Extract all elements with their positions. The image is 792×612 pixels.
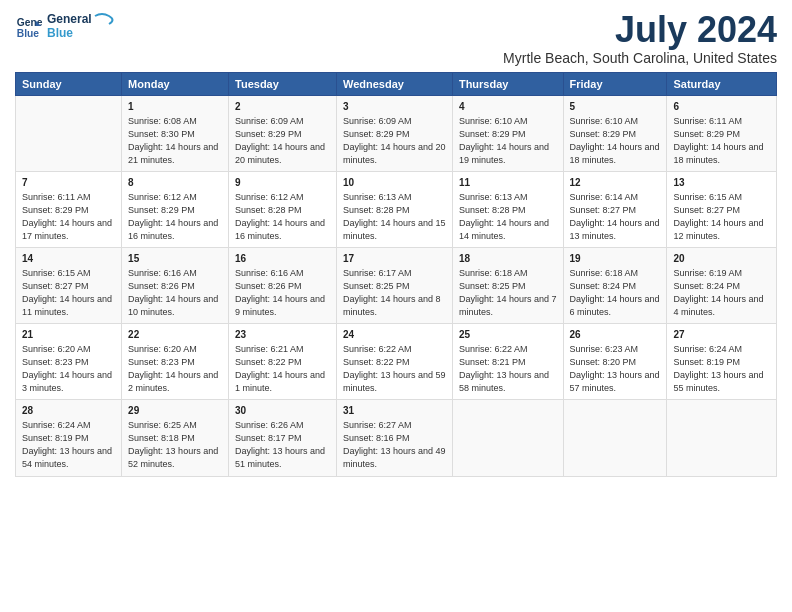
table-row: 4 Sunrise: 6:10 AMSunset: 8:29 PMDayligh… [452, 95, 563, 171]
day-content: Sunrise: 6:23 AMSunset: 8:20 PMDaylight:… [570, 343, 661, 395]
table-row: 5 Sunrise: 6:10 AMSunset: 8:29 PMDayligh… [563, 95, 667, 171]
day-content: Sunrise: 6:24 AMSunset: 8:19 PMDaylight:… [22, 419, 115, 471]
day-number: 21 [22, 328, 115, 342]
table-row: 31 Sunrise: 6:27 AMSunset: 8:16 PMDaylig… [337, 400, 453, 476]
day-content: Sunrise: 6:13 AMSunset: 8:28 PMDaylight:… [459, 191, 557, 243]
table-row: 7 Sunrise: 6:11 AMSunset: 8:29 PMDayligh… [16, 171, 122, 247]
day-content: Sunrise: 6:20 AMSunset: 8:23 PMDaylight:… [128, 343, 222, 395]
day-content: Sunrise: 6:15 AMSunset: 8:27 PMDaylight:… [673, 191, 770, 243]
day-number: 18 [459, 252, 557, 266]
day-number: 12 [570, 176, 661, 190]
table-row: 11 Sunrise: 6:13 AMSunset: 8:28 PMDaylig… [452, 171, 563, 247]
day-content: Sunrise: 6:09 AMSunset: 8:29 PMDaylight:… [235, 115, 330, 167]
table-row: 3 Sunrise: 6:09 AMSunset: 8:29 PMDayligh… [337, 95, 453, 171]
day-number: 8 [128, 176, 222, 190]
day-content: Sunrise: 6:15 AMSunset: 8:27 PMDaylight:… [22, 267, 115, 319]
day-number: 22 [128, 328, 222, 342]
calendar-week-row: 7 Sunrise: 6:11 AMSunset: 8:29 PMDayligh… [16, 171, 777, 247]
day-content: Sunrise: 6:19 AMSunset: 8:24 PMDaylight:… [673, 267, 770, 319]
day-number: 16 [235, 252, 330, 266]
logo-wave-icon: General Blue [47, 10, 117, 44]
day-content: Sunrise: 6:24 AMSunset: 8:19 PMDaylight:… [673, 343, 770, 395]
day-number: 2 [235, 100, 330, 114]
table-row: 15 Sunrise: 6:16 AMSunset: 8:26 PMDaylig… [122, 247, 229, 323]
col-tuesday: Tuesday [229, 72, 337, 95]
day-number: 27 [673, 328, 770, 342]
day-content: Sunrise: 6:13 AMSunset: 8:28 PMDaylight:… [343, 191, 446, 243]
day-number: 1 [128, 100, 222, 114]
svg-text:General: General [47, 12, 92, 26]
logo: General Blue General Blue [15, 10, 117, 44]
day-number: 17 [343, 252, 446, 266]
table-row: 14 Sunrise: 6:15 AMSunset: 8:27 PMDaylig… [16, 247, 122, 323]
table-row [667, 400, 777, 476]
table-row: 29 Sunrise: 6:25 AMSunset: 8:18 PMDaylig… [122, 400, 229, 476]
table-row: 1 Sunrise: 6:08 AMSunset: 8:30 PMDayligh… [122, 95, 229, 171]
day-content: Sunrise: 6:18 AMSunset: 8:24 PMDaylight:… [570, 267, 661, 319]
day-number: 5 [570, 100, 661, 114]
table-row: 2 Sunrise: 6:09 AMSunset: 8:29 PMDayligh… [229, 95, 337, 171]
day-content: Sunrise: 6:22 AMSunset: 8:21 PMDaylight:… [459, 343, 557, 395]
day-content: Sunrise: 6:21 AMSunset: 8:22 PMDaylight:… [235, 343, 330, 395]
day-number: 20 [673, 252, 770, 266]
day-number: 11 [459, 176, 557, 190]
calendar-week-row: 1 Sunrise: 6:08 AMSunset: 8:30 PMDayligh… [16, 95, 777, 171]
calendar-header-row: Sunday Monday Tuesday Wednesday Thursday… [16, 72, 777, 95]
calendar-table: Sunday Monday Tuesday Wednesday Thursday… [15, 72, 777, 477]
table-row [452, 400, 563, 476]
table-row: 19 Sunrise: 6:18 AMSunset: 8:24 PMDaylig… [563, 247, 667, 323]
table-row: 20 Sunrise: 6:19 AMSunset: 8:24 PMDaylig… [667, 247, 777, 323]
day-number: 31 [343, 404, 446, 418]
svg-text:Blue: Blue [17, 28, 40, 39]
day-content: Sunrise: 6:12 AMSunset: 8:28 PMDaylight:… [235, 191, 330, 243]
col-saturday: Saturday [667, 72, 777, 95]
main-container: General Blue General Blue July 2024 Myrt… [0, 0, 792, 482]
day-number: 23 [235, 328, 330, 342]
svg-text:General: General [17, 17, 43, 28]
day-content: Sunrise: 6:09 AMSunset: 8:29 PMDaylight:… [343, 115, 446, 167]
calendar-week-row: 21 Sunrise: 6:20 AMSunset: 8:23 PMDaylig… [16, 324, 777, 400]
svg-text:Blue: Blue [47, 26, 73, 40]
day-content: Sunrise: 6:18 AMSunset: 8:25 PMDaylight:… [459, 267, 557, 319]
table-row: 27 Sunrise: 6:24 AMSunset: 8:19 PMDaylig… [667, 324, 777, 400]
col-thursday: Thursday [452, 72, 563, 95]
day-content: Sunrise: 6:22 AMSunset: 8:22 PMDaylight:… [343, 343, 446, 395]
table-row: 23 Sunrise: 6:21 AMSunset: 8:22 PMDaylig… [229, 324, 337, 400]
day-number: 24 [343, 328, 446, 342]
day-content: Sunrise: 6:14 AMSunset: 8:27 PMDaylight:… [570, 191, 661, 243]
table-row: 9 Sunrise: 6:12 AMSunset: 8:28 PMDayligh… [229, 171, 337, 247]
col-friday: Friday [563, 72, 667, 95]
table-row: 25 Sunrise: 6:22 AMSunset: 8:21 PMDaylig… [452, 324, 563, 400]
day-content: Sunrise: 6:08 AMSunset: 8:30 PMDaylight:… [128, 115, 222, 167]
day-number: 7 [22, 176, 115, 190]
col-sunday: Sunday [16, 72, 122, 95]
day-number: 13 [673, 176, 770, 190]
day-content: Sunrise: 6:26 AMSunset: 8:17 PMDaylight:… [235, 419, 330, 471]
table-row: 13 Sunrise: 6:15 AMSunset: 8:27 PMDaylig… [667, 171, 777, 247]
day-number: 29 [128, 404, 222, 418]
calendar-week-row: 28 Sunrise: 6:24 AMSunset: 8:19 PMDaylig… [16, 400, 777, 476]
day-content: Sunrise: 6:11 AMSunset: 8:29 PMDaylight:… [673, 115, 770, 167]
day-content: Sunrise: 6:10 AMSunset: 8:29 PMDaylight:… [570, 115, 661, 167]
table-row: 18 Sunrise: 6:18 AMSunset: 8:25 PMDaylig… [452, 247, 563, 323]
day-number: 26 [570, 328, 661, 342]
day-content: Sunrise: 6:16 AMSunset: 8:26 PMDaylight:… [128, 267, 222, 319]
table-row: 30 Sunrise: 6:26 AMSunset: 8:17 PMDaylig… [229, 400, 337, 476]
day-number: 6 [673, 100, 770, 114]
page-title: July 2024 [503, 10, 777, 50]
table-row: 12 Sunrise: 6:14 AMSunset: 8:27 PMDaylig… [563, 171, 667, 247]
table-row [563, 400, 667, 476]
header: General Blue General Blue July 2024 Myrt… [15, 10, 777, 66]
day-content: Sunrise: 6:10 AMSunset: 8:29 PMDaylight:… [459, 115, 557, 167]
day-content: Sunrise: 6:17 AMSunset: 8:25 PMDaylight:… [343, 267, 446, 319]
table-row: 24 Sunrise: 6:22 AMSunset: 8:22 PMDaylig… [337, 324, 453, 400]
day-content: Sunrise: 6:16 AMSunset: 8:26 PMDaylight:… [235, 267, 330, 319]
day-content: Sunrise: 6:20 AMSunset: 8:23 PMDaylight:… [22, 343, 115, 395]
day-content: Sunrise: 6:27 AMSunset: 8:16 PMDaylight:… [343, 419, 446, 471]
table-row: 17 Sunrise: 6:17 AMSunset: 8:25 PMDaylig… [337, 247, 453, 323]
day-number: 3 [343, 100, 446, 114]
logo-icon: General Blue [15, 13, 43, 41]
day-number: 30 [235, 404, 330, 418]
title-area: July 2024 Myrtle Beach, South Carolina, … [503, 10, 777, 66]
col-wednesday: Wednesday [337, 72, 453, 95]
